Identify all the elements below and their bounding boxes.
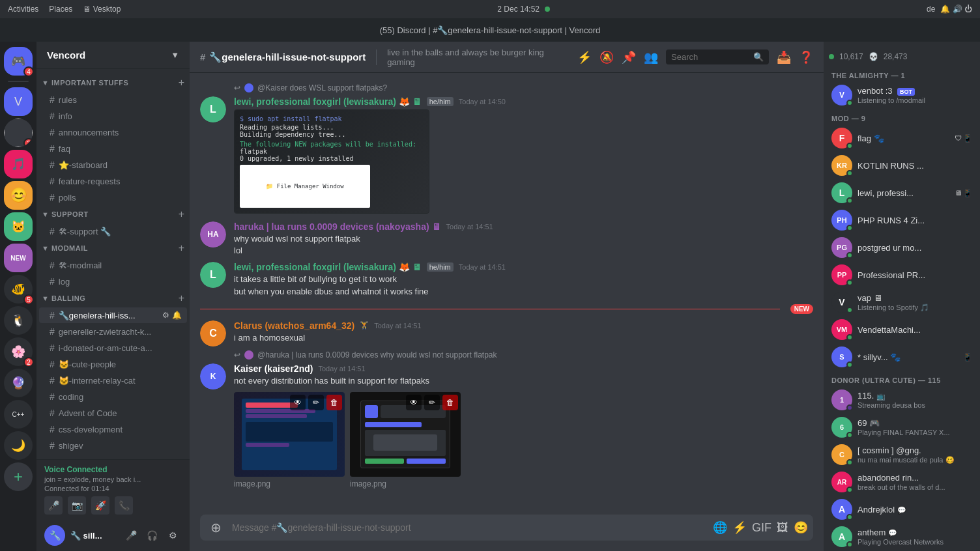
inbox-icon[interactable]: 📥 <box>777 50 791 64</box>
server-icon-5[interactable]: 🐱 <box>4 212 33 241</box>
vesktop-btn[interactable]: 🖥 Vesktop <box>83 5 121 14</box>
add-channel-icon[interactable]: + <box>179 77 184 89</box>
preview-edit-btn-2[interactable]: ✏ <box>424 395 440 410</box>
msg1-image[interactable]: $ sudo apt install flatpak Reading packa… <box>234 109 429 214</box>
channel-announcements[interactable]: # announcements <box>39 124 187 140</box>
server-icon-7[interactable]: 5 🐠 <box>4 275 33 304</box>
member-vap[interactable]: V vap 🖥 Listening to Spotify 🎵 <box>829 289 975 315</box>
voice-btn-4[interactable]: 📞 <box>115 496 133 515</box>
category-important[interactable]: ▼ IMPORTANT STUFFS + <box>36 74 190 91</box>
search-input[interactable] <box>671 52 749 62</box>
message-text-input[interactable] <box>232 515 708 540</box>
channel-starboard[interactable]: # ⭐-starboard <box>39 157 187 173</box>
voice-duration: Connected for 01:14 <box>44 485 182 492</box>
channel-donated[interactable]: # i-donated-or-am-cute-a... <box>39 340 187 356</box>
slash-cmd-icon[interactable]: ⚡ <box>732 520 747 535</box>
notification-icon[interactable]: 🔔 <box>172 311 182 320</box>
category-modmail[interactable]: ▼ MODMAIL + <box>36 240 190 257</box>
server-icon-4[interactable]: 😊 <box>4 181 33 210</box>
member-anthem[interactable]: A anthem 💬 Playing Overcast Networks <box>829 524 975 550</box>
server-icon-11[interactable]: C++ <box>4 400 33 429</box>
add-balling-icon[interactable]: + <box>179 292 184 304</box>
voice-btn-2[interactable]: 📷 <box>68 496 86 515</box>
mute-channel-icon[interactable]: 🔕 <box>599 50 614 64</box>
gif-icon[interactable]: GIF <box>752 521 771 535</box>
m69-activity: Playing FINAL FANTASY X... <box>857 429 972 436</box>
dropdown-icon[interactable]: ▼ <box>171 50 179 60</box>
member-lewi[interactable]: L lewi, professi... 🖥 📱 <box>829 180 975 206</box>
server-icon-2[interactable]: 2 <box>4 119 33 147</box>
preview-eye-btn-2[interactable]: 👁 <box>406 395 422 410</box>
server-icon-12[interactable]: 🌙 <box>4 431 33 460</box>
add-modmail-icon[interactable]: + <box>179 242 184 254</box>
member-flag[interactable]: F flag 🐾 🛡 📱 <box>829 125 975 151</box>
server-icon-9[interactable]: 2 🌸 <box>4 337 33 366</box>
member-venbot[interactable]: V venbot :3 BOT Listening to /modmail <box>829 82 975 108</box>
channel-genereller[interactable]: # genereller-zwietracht-k... <box>39 324 187 339</box>
channel-cute-people[interactable]: # 🐱-cute-people <box>39 356 187 372</box>
deafen-btn[interactable]: 🎧 <box>143 526 161 544</box>
voice-btn-3[interactable]: 🚀 <box>91 496 109 515</box>
channel-support[interactable]: # 🛠-support 🔧 <box>39 223 187 239</box>
settings-icon[interactable]: ⚙ <box>162 311 169 320</box>
category-support[interactable]: ▼ SUPPORT + <box>36 206 190 223</box>
flag-avatar: F <box>831 128 852 148</box>
mute-btn[interactable]: 🎤 <box>122 526 140 544</box>
search-box[interactable]: 🔍 <box>666 49 769 64</box>
member-kotlin[interactable]: KR KOTLIN RUNS ... <box>829 152 975 178</box>
server-icon-add[interactable]: + <box>4 462 33 491</box>
server-icon-8[interactable]: 🐧 <box>4 306 33 335</box>
channel-modmail[interactable]: # 🛠-modmail <box>39 257 187 273</box>
member-115[interactable]: 1 115. 📺 Streaming deusa bos <box>829 387 975 413</box>
member-cosmin[interactable]: C [ cosmin ] @gng. nu ma mai muscati de … <box>829 442 975 468</box>
preview-del-btn-2[interactable]: 🗑 <box>442 395 458 410</box>
anthem-name: anthem 💬 <box>857 528 972 537</box>
channel-log[interactable]: # log <box>39 274 187 289</box>
sticker-icon[interactable]: 🖼 <box>777 521 788 535</box>
preview-del-btn-1[interactable]: 🗑 <box>326 395 342 410</box>
category-balling[interactable]: ▼ BALLING + <box>36 290 190 307</box>
channel-feature-requests[interactable]: # feature-requests <box>39 173 187 189</box>
member-69[interactable]: 6 69 🎮 Playing FINAL FANTASY X... <box>829 414 975 440</box>
channel-genelera-active[interactable]: # 🔧genelera-hill-iss... ⚙ 🔔 <box>39 307 187 323</box>
abandoned-name: abandoned rin... <box>857 473 972 483</box>
channel-irc[interactable]: # 🐱-internet-relay-cat <box>39 373 187 388</box>
member-prof-pr[interactable]: PP Professional PR... <box>829 262 975 288</box>
add-attachment-icon[interactable]: ⊕ <box>205 515 227 541</box>
help-icon[interactable]: ❓ <box>799 50 813 64</box>
pin-icon[interactable]: 📌 <box>622 50 636 64</box>
channel-shigev[interactable]: # shigev <box>39 438 187 453</box>
settings-btn[interactable]: ⚙ <box>164 526 182 544</box>
member-php[interactable]: PH PHP RUNS 4 Zi... <box>829 207 975 233</box>
voice-btn-1[interactable]: 🎤 <box>44 496 63 515</box>
channel-advent[interactable]: # Advent of Code <box>39 405 187 421</box>
channel-polls[interactable]: # polls <box>39 190 187 205</box>
member-silly[interactable]: S * sillyv... 🐾 📱 <box>829 344 975 370</box>
activities-btn[interactable]: Activities <box>8 5 38 14</box>
member-postgred[interactable]: PG postgred ur mo... <box>829 234 975 261</box>
member-vendetta[interactable]: VM VendettaMachi... <box>829 317 975 343</box>
server-icon-3[interactable]: 🎵 <box>4 150 33 178</box>
channel-coding[interactable]: # coding <box>39 389 187 404</box>
emoji-icon[interactable]: 😊 <box>794 520 808 535</box>
translate-input-icon[interactable]: 🌐 <box>713 520 727 535</box>
message-input-box: ⊕ 🌐 ⚡ GIF 🖼 😊 <box>200 515 813 541</box>
preview-eye-btn-1[interactable]: 👁 <box>290 395 306 410</box>
cosmin-activity: nu ma mai muscati de pula 🥴 <box>857 456 972 464</box>
member-abandoned[interactable]: AR abandoned rin... break out of the wal… <box>829 469 975 495</box>
preview-edit-btn-1[interactable]: ✏ <box>308 395 324 410</box>
channel-rules[interactable]: # rules <box>39 92 187 107</box>
add-support-icon[interactable]: + <box>179 208 184 220</box>
vendetta-avatar: VM <box>831 319 852 340</box>
server-icon-10[interactable]: 🔮 <box>4 369 33 397</box>
server-icon-6[interactable]: NEW <box>4 244 33 272</box>
places-btn[interactable]: Places <box>49 5 72 14</box>
member-andrejklol[interactable]: A Andrejklol 💬 <box>829 496 975 522</box>
channel-css[interactable]: # css-development <box>39 421 187 437</box>
hash-threads-icon[interactable]: ⚡ <box>577 50 592 64</box>
server-icon-1[interactable]: V <box>4 87 33 116</box>
server-icon-discord[interactable]: 🎮 4 <box>4 47 33 76</box>
channel-info[interactable]: # info <box>39 108 187 124</box>
channel-faq[interactable]: # faq <box>39 141 187 156</box>
members-icon[interactable]: 👥 <box>644 50 658 64</box>
